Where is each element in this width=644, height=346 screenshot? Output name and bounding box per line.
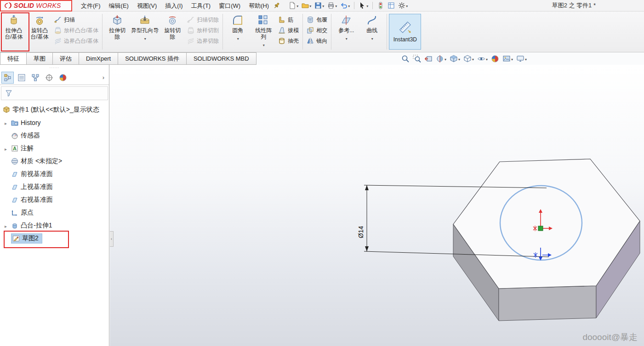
fillet-button[interactable]: 圆角 <box>225 12 251 50</box>
view-orientation-button[interactable] <box>449 53 461 64</box>
configurationmanager-tab[interactable] <box>29 72 41 84</box>
draft-button[interactable]: 拔模 <box>276 26 301 34</box>
expand-arrow-icon[interactable] <box>3 222 9 229</box>
shell-button[interactable]: 抽壳 <box>276 37 301 45</box>
edit-appearance-button[interactable] <box>490 53 500 64</box>
shell-icon <box>278 37 285 45</box>
extrude-boss-label: 拉伸凸台/基体 <box>3 27 24 40</box>
tree-item-front-plane[interactable]: 前视基准面 <box>0 168 109 181</box>
expand-arrow-icon[interactable] <box>3 119 9 126</box>
hole-wizard-button[interactable]: 异型孔向导 <box>130 12 160 50</box>
sweep-cut-icon <box>187 16 194 23</box>
rib-button[interactable]: 筋 <box>276 16 301 24</box>
boundary-cut-button[interactable]: 边界切除 <box>185 37 221 45</box>
options-button[interactable] <box>397 0 409 11</box>
boundary-boss-label: 边界凸台/基体 <box>64 37 98 45</box>
menu-edit[interactable]: 编辑(E) <box>105 0 133 11</box>
print-button[interactable] <box>326 0 338 11</box>
sweep-cut-label: 扫描切除 <box>197 16 219 24</box>
menu-tools[interactable]: 工具(T) <box>187 0 215 11</box>
intersect-button[interactable]: 相交 <box>305 26 329 34</box>
tab-addins[interactable]: SOLIDWORKS 插件 <box>118 52 187 65</box>
sketch2-selected-item[interactable]: 草图2 <box>11 233 42 244</box>
hexagon-front-face[interactable] <box>499 286 596 321</box>
boundary-boss-button[interactable]: 边界凸台/基体 <box>52 37 100 45</box>
tab-mbd[interactable]: SOLIDWORKS MBD <box>187 52 256 65</box>
graphics-area[interactable]: Ø14 dooooit@暴走 <box>110 65 644 346</box>
revolve-cut-button[interactable]: 旋转切除 <box>160 12 185 50</box>
linear-pattern-button[interactable]: 线性阵列 <box>251 12 276 50</box>
tree-item-top-plane[interactable]: 上视基准面 <box>0 181 109 193</box>
panel-collapse-handle[interactable] <box>110 231 114 247</box>
scene-icon <box>502 55 511 63</box>
display-style-button[interactable] <box>463 53 474 64</box>
hole-wizard-label: 异型孔向导 <box>130 27 160 34</box>
rebuild-button[interactable] <box>376 0 385 11</box>
origin-icon <box>11 209 18 216</box>
menu-file[interactable]: 文件(F) <box>77 0 105 11</box>
loft-cut-button[interactable]: 放样切割 <box>185 26 221 34</box>
mirror-button[interactable]: 镜向 <box>305 37 329 45</box>
featuremanager-tab[interactable] <box>1 72 14 84</box>
new-document-button[interactable] <box>288 0 299 11</box>
tree-item-sensors[interactable]: 传感器 <box>0 129 109 142</box>
model-canvas[interactable]: Ø14 <box>110 65 644 346</box>
extrude-boss-button[interactable]: 拉伸凸台/基体 <box>1 12 27 50</box>
wrap-button[interactable]: 包覆 <box>305 16 329 24</box>
hide-show-items-button[interactable] <box>477 53 488 64</box>
revolve-boss-button[interactable]: 旋转凸台/基体 <box>27 12 52 50</box>
tree-item-right-plane[interactable]: 右视基准面 <box>0 193 109 206</box>
pin-icon[interactable] <box>273 2 280 9</box>
expand-arrow-icon[interactable] <box>3 145 9 152</box>
draft-label: 拔模 <box>288 27 299 34</box>
section-view-button[interactable] <box>435 53 447 64</box>
tree-item-history[interactable]: History <box>0 116 109 129</box>
curves-button[interactable]: 曲线 <box>359 12 385 50</box>
select-pointer-button[interactable] <box>358 0 369 11</box>
save-button[interactable] <box>313 0 325 11</box>
tree-filter-bar[interactable] <box>1 86 108 100</box>
task-list-button[interactable] <box>387 0 396 11</box>
tab-sketch[interactable]: 草图 <box>27 52 53 65</box>
tree-root-part[interactable]: 零件1 (默认<<默认>_显示状态 <box>0 103 109 116</box>
extrude-cut-button[interactable]: 拉伸切除 <box>104 12 130 50</box>
apply-scene-button[interactable] <box>502 53 513 64</box>
zoom-to-fit-button[interactable] <box>401 53 410 64</box>
document-title: 草图2 之 零件1 * <box>552 1 596 10</box>
sweep-cut-button[interactable]: 扫描切除 <box>185 16 221 24</box>
tab-dimxpert[interactable]: DimXpert <box>79 52 118 65</box>
tab-features[interactable]: 特征 <box>0 52 27 65</box>
reference-geometry-button[interactable]: 参考... <box>333 12 359 50</box>
zoom-to-area-button[interactable] <box>412 53 422 64</box>
dimension-text[interactable]: Ø14 <box>357 226 365 238</box>
view-settings-button[interactable] <box>516 53 527 64</box>
menu-bar: SOLIDWORKS 文件(F) 编辑(E) 视图(V) 插入(I) 工具(T)… <box>0 0 644 11</box>
ribbon-separator <box>222 14 223 50</box>
displaymanager-tab[interactable] <box>57 72 69 84</box>
annotations-icon: A <box>11 145 18 152</box>
menu-insert[interactable]: 插入(I) <box>161 0 187 11</box>
dimxpertmanager-tab[interactable] <box>43 72 55 84</box>
tree-item-origin[interactable]: 原点 <box>0 206 109 219</box>
tree-item-material[interactable]: 材质 <未指定> <box>0 155 109 168</box>
origin-point-marker[interactable] <box>538 226 543 231</box>
previous-view-button[interactable] <box>424 53 433 64</box>
panel-expand-button[interactable] <box>99 74 108 81</box>
dimension-arrowhead-top <box>365 185 369 190</box>
ribbon-group-cut: 拉伸切除 异型孔向导 旋转切除 <box>104 12 221 50</box>
sweep-button[interactable]: 扫描 <box>52 16 100 24</box>
panel-splitter-handle[interactable] <box>0 65 109 70</box>
instant3d-button[interactable]: Instant3D <box>389 14 421 50</box>
propertymanager-tab[interactable] <box>15 72 28 84</box>
undo-button[interactable] <box>339 0 351 11</box>
tree-item-annotations[interactable]: A 注解 <box>0 142 109 155</box>
tree-item-boss-extrude1[interactable]: 凸台-拉伸1 <box>0 219 109 232</box>
menu-help[interactable]: 帮助(H) <box>245 0 273 11</box>
svg-text:A: A <box>13 146 17 151</box>
menu-window[interactable]: 窗口(W) <box>215 0 245 11</box>
tab-evaluate[interactable]: 评估 <box>53 52 79 65</box>
menu-view[interactable]: 视图(V) <box>133 0 161 11</box>
tree-item-sketch2[interactable]: 草图2 <box>0 232 109 245</box>
loft-button[interactable]: 放样凸台/基体 <box>52 26 100 34</box>
open-button[interactable] <box>301 0 312 11</box>
